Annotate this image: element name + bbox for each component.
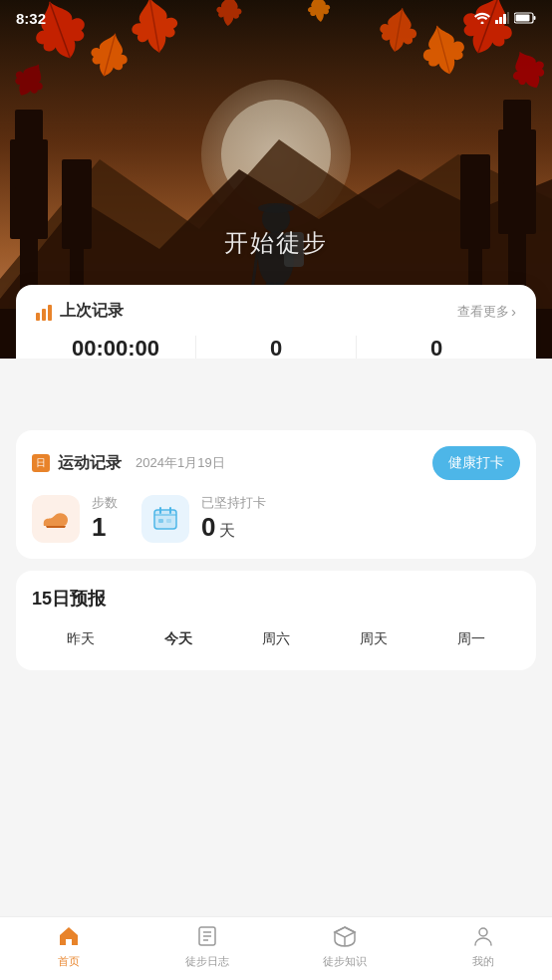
svg-rect-37	[154, 510, 176, 529]
steps-info: 步数 1	[92, 494, 118, 543]
forecast-day-today[interactable]: 今天	[130, 624, 227, 654]
checkin-days-value: 0	[201, 512, 215, 543]
nav-diary-label: 徒步日志	[185, 954, 229, 969]
record-card-more[interactable]: 查看更多 ›	[457, 303, 516, 321]
svg-point-0	[481, 22, 484, 25]
forecast-day-sun[interactable]: 周天	[325, 624, 422, 654]
bottom-nav: 首页 徒步日志 徒步知识 我的	[0, 916, 552, 980]
bar-chart-icon	[36, 303, 52, 321]
status-icons	[474, 12, 536, 24]
stat-duration-value: 00:00:00	[36, 336, 195, 359]
svg-rect-21	[503, 100, 531, 184]
checkin-button[interactable]: 健康打卡	[432, 446, 520, 480]
stat-calories-value: 0	[357, 336, 516, 359]
home-icon	[57, 925, 81, 951]
activity-title: 运动记录	[58, 453, 122, 474]
forecast-day-yesterday[interactable]: 昨天	[32, 624, 130, 654]
forecast-day-mon[interactable]: 周一	[422, 624, 520, 654]
nav-mine-label: 我的	[472, 954, 494, 969]
knowledge-icon	[333, 925, 357, 951]
forecast-days: 昨天 今天 周六 周天 周一	[32, 624, 520, 654]
checkin-days-unit: 天	[219, 521, 235, 542]
steps-value: 1	[92, 512, 118, 543]
signal-icon	[495, 12, 509, 24]
stat-duration: 00:00:00 时长	[36, 336, 196, 359]
stat-calories: 0 消耗卡路里	[357, 336, 516, 359]
svg-rect-2	[499, 17, 502, 24]
activity-calendar-icon: 日	[32, 454, 50, 472]
activity-header: 日 运动记录 2024年1月19日 健康打卡	[32, 446, 520, 480]
nav-knowledge[interactable]: 徒步知识	[276, 925, 414, 973]
record-title-wrap: 上次记录	[36, 301, 124, 322]
shoe-icon	[32, 495, 80, 543]
svg-rect-16	[15, 110, 43, 189]
svg-rect-7	[534, 16, 536, 20]
svg-rect-39	[154, 514, 176, 516]
forecast-section: 15日预报 昨天 今天 周六 周天 周一	[16, 571, 536, 670]
stat-steps-value: 0	[196, 336, 356, 359]
nav-home-label: 首页	[58, 954, 80, 969]
diary-icon	[196, 925, 218, 951]
svg-rect-42	[158, 519, 163, 523]
activity-title-wrap: 日 运动记录 2024年1月19日	[32, 453, 225, 474]
stat-steps: 0 总步数	[196, 336, 357, 359]
checkin-calendar-icon	[141, 495, 189, 543]
svg-rect-3	[503, 14, 506, 24]
steps-stat: 步数 1	[32, 494, 118, 543]
wifi-icon	[474, 12, 490, 24]
activity-card: 日 运动记录 2024年1月19日 健康打卡 步数 1	[16, 430, 536, 559]
svg-rect-1	[495, 20, 498, 24]
svg-rect-23	[460, 154, 490, 249]
checkin-info: 已坚持打卡 0 天	[201, 494, 266, 543]
svg-point-32	[258, 203, 294, 213]
forecast-title: 15日预报	[32, 587, 520, 611]
status-time: 8:32	[16, 10, 46, 27]
hero-section[interactable]: 开始徒步 上次记录 查看更多 › 00:00:00 时长 0	[0, 0, 552, 359]
svg-rect-43	[166, 519, 171, 523]
record-card-header: 上次记录 查看更多 ›	[36, 301, 516, 322]
svg-point-49	[479, 928, 487, 936]
record-card: 上次记录 查看更多 › 00:00:00 时长 0 总步数 0 消耗卡路里	[16, 285, 536, 359]
battery-icon	[514, 12, 536, 24]
hero-title[interactable]: 开始徒步	[224, 227, 328, 259]
nav-diary[interactable]: 徒步日志	[138, 925, 277, 973]
record-card-title: 上次记录	[60, 301, 124, 322]
activity-stats: 步数 1 已坚持打卡	[32, 494, 520, 543]
checkin-label: 已坚持打卡	[201, 494, 266, 512]
svg-rect-6	[516, 15, 530, 22]
nav-home[interactable]: 首页	[0, 925, 138, 973]
record-card-stats: 00:00:00 时长 0 总步数 0 消耗卡路里	[36, 336, 516, 359]
mine-icon	[472, 925, 494, 951]
nav-knowledge-label: 徒步知识	[323, 954, 367, 969]
forecast-day-sat[interactable]: 周六	[227, 624, 325, 654]
nav-mine[interactable]: 我的	[414, 925, 553, 973]
steps-label: 步数	[92, 494, 118, 512]
svg-rect-4	[507, 12, 509, 24]
status-bar: 8:32	[0, 0, 552, 36]
svg-rect-18	[62, 159, 92, 249]
content-area: 日 运动记录 2024年1月19日 健康打卡 步数 1	[0, 359, 552, 920]
checkin-stat: 已坚持打卡 0 天	[141, 494, 266, 543]
activity-date: 2024年1月19日	[136, 454, 225, 472]
